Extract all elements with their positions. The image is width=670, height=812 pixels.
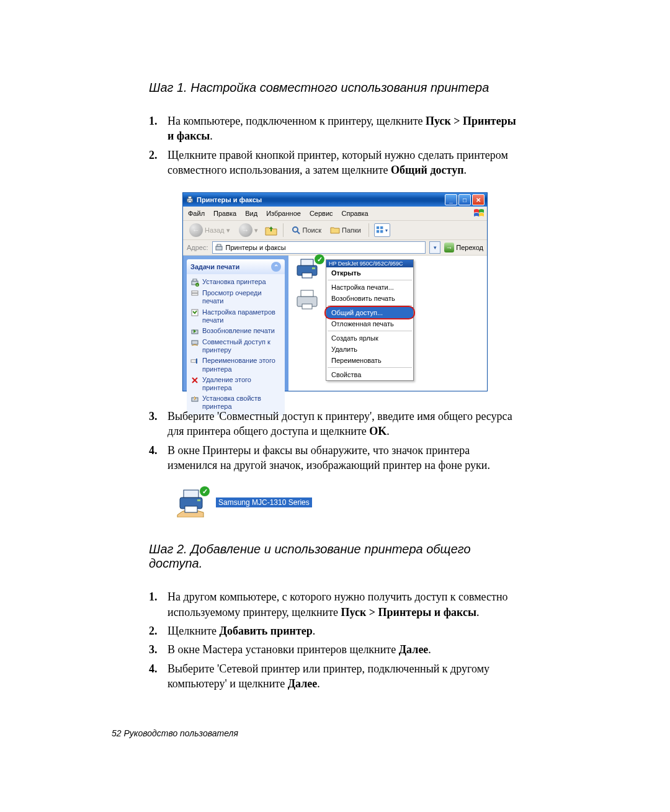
list-text: Щелкните Добавить принтер.: [168, 623, 521, 638]
svg-rect-2: [188, 201, 191, 203]
address-label: Адрес:: [187, 244, 208, 251]
printer-item[interactable]: [293, 288, 321, 310]
svg-text:+: +: [197, 283, 199, 287]
window-title: Принтеры и факсы: [197, 196, 444, 203]
svg-rect-28: [302, 273, 312, 278]
ctx-sharing[interactable]: Общий доступ...: [326, 307, 413, 318]
svg-point-3: [293, 227, 298, 232]
minimize-button[interactable]: _: [445, 194, 457, 205]
task-delete-printer[interactable]: Удаление этого принтера: [188, 375, 284, 393]
svg-rect-15: [192, 291, 198, 293]
menu-help[interactable]: Справка: [342, 210, 368, 217]
list-item: 3. В окне Мастера установки принтеров ще…: [149, 642, 521, 657]
list-number: 4.: [149, 443, 168, 473]
list-text: На компьютере, подключенном к принтеру, …: [168, 114, 521, 144]
collapse-icon: ⌃: [271, 262, 281, 272]
svg-rect-29: [312, 267, 315, 269]
address-dropdown[interactable]: ▾: [429, 241, 440, 254]
svg-rect-36: [197, 499, 200, 501]
list-item: 1. На компьютере, подключенном к принтер…: [149, 114, 521, 144]
ctx-create-shortcut[interactable]: Создать ярлык: [326, 332, 413, 344]
default-check-icon: ✓: [315, 254, 324, 264]
ctx-offline[interactable]: Отложенная печать: [326, 318, 413, 329]
xp-window: Принтеры и факсы _ □ ✕ Файл Правка Вид И…: [182, 192, 488, 391]
step1-heading: Шаг 1. Настройка совместного использован…: [149, 81, 521, 95]
list-text: В окне Принтеры и факсы вы обнаружите, ч…: [168, 443, 521, 473]
go-label: Переход: [456, 244, 483, 251]
windows-flag-icon: [473, 208, 485, 219]
menu-file[interactable]: Файл: [188, 210, 205, 217]
ctx-delete[interactable]: Удалить: [326, 344, 413, 355]
dropdown-icon: ▾: [254, 226, 258, 234]
svg-rect-6: [380, 226, 383, 229]
forward-button[interactable]: → ▾: [236, 222, 261, 238]
ctx-separator: [328, 367, 412, 368]
list-text: В окне Мастера установки принтеров щелкн…: [168, 642, 521, 657]
ctx-rename[interactable]: Переименовать: [326, 355, 413, 366]
search-button[interactable]: Поиск: [288, 224, 324, 236]
task-print-settings[interactable]: Настройка параметров печати: [188, 307, 284, 326]
step1-list-a: 1. На компьютере, подключенном к принтер…: [149, 114, 521, 177]
ctx-properties[interactable]: Свойства: [326, 369, 413, 380]
content-pane: ✓ HP DeskJet 950C/952C/959C Открыть: [288, 256, 487, 391]
dropdown-icon: ▾: [226, 226, 230, 234]
toolbar-separator: [368, 223, 369, 237]
list-text: На другом компьютере, с которого нужно п…: [168, 589, 521, 620]
task-resume-print[interactable]: Возобновление печати: [188, 326, 284, 337]
highlight-ring: [324, 306, 415, 319]
list-item: 2. Щелкните правой кнопкой принтер, кото…: [149, 148, 521, 178]
address-input[interactable]: Принтеры и факсы: [212, 241, 426, 254]
maximize-button[interactable]: □: [458, 194, 471, 205]
queue-icon: [190, 289, 199, 298]
task-view-queue[interactable]: Просмотр очереди печати: [188, 288, 284, 306]
task-group-title: Задачи печати: [190, 263, 239, 270]
context-title: HP DeskJet 950C/952C/959C: [326, 260, 413, 267]
menu-edit[interactable]: Правка: [213, 210, 236, 217]
ctx-print-setup[interactable]: Настройка печати...: [326, 282, 413, 293]
svg-rect-32: [302, 304, 312, 309]
window-titlebar: Принтеры и факсы _ □ ✕: [183, 193, 487, 207]
up-folder-button[interactable]: [264, 224, 278, 236]
svg-rect-1: [188, 197, 191, 199]
menu-favorites[interactable]: Избранное: [266, 210, 301, 217]
list-number: 2.: [149, 148, 168, 178]
task-group-header[interactable]: Задачи печати ⌃: [187, 259, 285, 274]
toolbar-separator: [283, 223, 284, 237]
close-button[interactable]: ✕: [472, 194, 485, 205]
task-install-printer[interactable]: + Установка принтера: [188, 277, 284, 288]
ctx-open[interactable]: Открыть: [326, 267, 413, 279]
menu-tools[interactable]: Сервис: [310, 210, 333, 217]
settings-icon: [190, 308, 199, 317]
menu-view[interactable]: Вид: [245, 210, 257, 217]
list-number: 4.: [149, 661, 168, 692]
svg-rect-20: [192, 341, 198, 344]
back-button[interactable]: ← Назад ▾: [187, 222, 233, 238]
printer-folder-icon: [215, 243, 223, 252]
svg-rect-34: [184, 490, 199, 497]
printer-item-selected[interactable]: ✓: [293, 257, 323, 279]
list-text: Выберите 'Сетевой принтер или принтер, п…: [168, 661, 521, 692]
views-button[interactable]: ▾: [374, 223, 390, 237]
folders-icon: [330, 225, 340, 235]
svg-rect-21: [191, 360, 196, 362]
list-text: Щелкните правой кнопкой принтер, который…: [168, 148, 521, 178]
ctx-resume-print[interactable]: Возобновить печать: [326, 293, 413, 304]
add-printer-icon: +: [190, 278, 199, 287]
printer-icon: [185, 195, 194, 204]
shared-printer-figure: ✓ Samsung MJC-1310 Series: [174, 488, 521, 517]
shared-printer-label[interactable]: Samsung MJC-1310 Series: [216, 497, 312, 507]
menubar: Файл Правка Вид Избранное Сервис Справка: [183, 207, 487, 221]
svg-rect-9: [216, 246, 222, 250]
go-button[interactable]: → Переход: [444, 243, 483, 252]
search-label: Поиск: [303, 226, 321, 234]
task-rename-printer[interactable]: Переименование этого принтера: [188, 355, 284, 374]
address-bar: Адрес: Принтеры и факсы ▾ → Переход: [183, 240, 487, 256]
svg-rect-10: [217, 244, 221, 246]
toolbar: ← Назад ▾ → ▾: [183, 221, 487, 240]
task-share-printer[interactable]: Совместный доступ к принтеру: [188, 337, 284, 355]
list-item: 4. В окне Принтеры и факсы вы обнаружите…: [149, 443, 521, 473]
folders-button[interactable]: Папки: [328, 224, 364, 236]
forward-arrow-icon: →: [239, 223, 252, 237]
list-number: 2.: [149, 623, 168, 638]
list-item: 3. Выберите 'Совместный доступ к принтер…: [149, 409, 521, 439]
